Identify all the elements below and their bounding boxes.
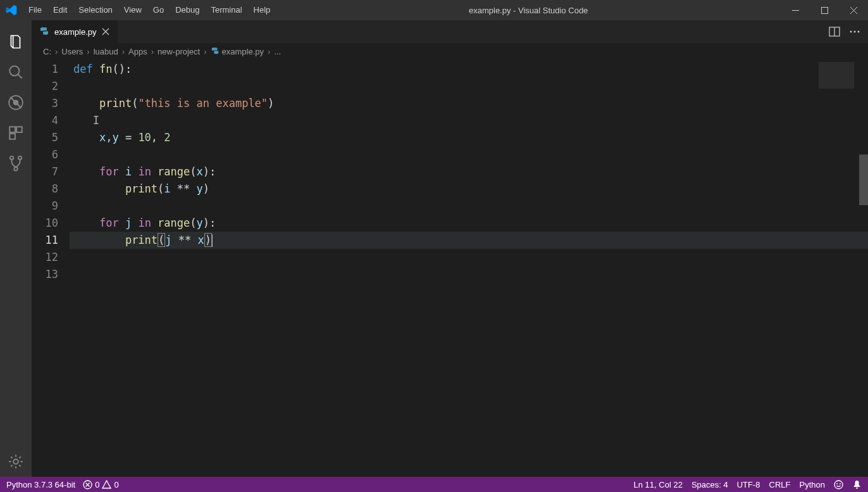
line-number[interactable]: 11	[32, 232, 70, 249]
crumb-c[interactable]: C:	[43, 47, 51, 56]
code-line[interactable]	[70, 198, 868, 215]
maximize-button[interactable]	[810, 0, 839, 20]
crumb-symbol[interactable]: ...	[274, 47, 281, 56]
search-icon[interactable]	[0, 57, 32, 87]
code-line[interactable]: print(i ** y)	[70, 180, 868, 198]
line-number[interactable]: 12	[32, 249, 70, 266]
scrollbar-thumb[interactable]	[859, 155, 868, 205]
line-number[interactable]: 8	[32, 180, 70, 198]
status-encoding[interactable]: UTF-8	[737, 480, 760, 489]
vertical-scrollbar[interactable]	[859, 60, 868, 477]
svg-point-11	[13, 459, 18, 464]
svg-point-18	[834, 481, 843, 489]
status-eol[interactable]: CRLF	[769, 480, 791, 489]
svg-point-10	[14, 167, 17, 170]
code-line[interactable]: for i in range(x):	[70, 163, 868, 180]
code-line[interactable]	[70, 146, 868, 163]
line-number[interactable]: 13	[32, 266, 70, 283]
minimap[interactable]	[819, 62, 854, 89]
status-bar: Python 3.7.3 64-bit 0 0 Ln 11, Col 22 Sp…	[0, 477, 868, 492]
close-button[interactable]	[839, 0, 868, 20]
code-content[interactable]: def fn(): print("this is an example") I …	[70, 60, 868, 477]
extensions-icon[interactable]	[0, 118, 32, 148]
editor[interactable]: 1 2 3 4 5 6 7 8 9 10 11 12 13 def fn(): …	[32, 60, 868, 477]
status-python-version[interactable]: Python 3.7.3 64-bit	[6, 480, 75, 489]
code-line[interactable]: print("this is an example")	[70, 95, 868, 112]
status-cursor-position[interactable]: Ln 11, Col 22	[634, 480, 683, 489]
svg-point-15	[854, 31, 856, 33]
status-indentation[interactable]: Spaces: 4	[691, 480, 728, 489]
line-number[interactable]: 4	[32, 112, 70, 129]
menu-edit[interactable]: Edit	[47, 0, 73, 20]
split-editor-icon[interactable]	[829, 26, 840, 37]
tab-close-icon[interactable]	[101, 27, 110, 36]
breadcrumb[interactable]: C:› Users› luabud› Apps› new-project› ex…	[32, 43, 868, 60]
svg-rect-1	[821, 7, 828, 13]
crumb-file[interactable]: example.py	[222, 47, 264, 56]
window-title: example.py - Visual Studio Code	[276, 6, 781, 15]
line-number[interactable]: 2	[32, 78, 70, 95]
minimize-button[interactable]	[781, 0, 810, 20]
status-feedback-icon[interactable]	[834, 480, 843, 489]
menu-selection[interactable]: Selection	[73, 0, 118, 20]
source-control-icon[interactable]	[0, 148, 32, 179]
vscode-logo-icon	[0, 4, 23, 16]
line-number[interactable]: 1	[32, 61, 70, 78]
menu-bar: File Edit Selection View Go Debug Termin…	[23, 0, 276, 20]
line-number[interactable]: 10	[32, 215, 70, 232]
svg-rect-6	[16, 127, 22, 132]
code-line[interactable]	[70, 78, 868, 95]
svg-rect-5	[9, 127, 15, 132]
menu-file[interactable]: File	[23, 0, 47, 20]
text-cursor	[212, 234, 213, 247]
tab-example-py[interactable]: example.py	[32, 20, 118, 43]
tab-bar: example.py	[32, 20, 868, 43]
python-file-icon	[39, 27, 49, 37]
debug-icon[interactable]	[0, 87, 32, 118]
code-line[interactable]: x,y = 10, 2	[70, 129, 868, 146]
svg-point-8	[10, 156, 13, 160]
crumb-users[interactable]: Users	[61, 47, 83, 56]
more-actions-icon[interactable]	[849, 26, 860, 37]
error-icon	[83, 480, 92, 489]
warning-icon	[102, 480, 111, 489]
main-area: example.py C:› Users› luabud› Apps› new-…	[0, 20, 868, 477]
settings-gear-icon[interactable]	[0, 446, 32, 477]
title-bar: File Edit Selection View Go Debug Termin…	[0, 0, 868, 20]
status-notifications-icon[interactable]	[852, 480, 862, 489]
crumb-apps[interactable]: Apps	[128, 47, 147, 56]
status-problems[interactable]: 0 0	[83, 480, 118, 489]
svg-point-2	[9, 66, 19, 75]
menu-view[interactable]: View	[118, 0, 147, 20]
line-number[interactable]: 7	[32, 163, 70, 180]
menu-terminal[interactable]: Terminal	[205, 0, 247, 20]
code-line[interactable]: def fn():	[70, 61, 868, 78]
line-number[interactable]: 3	[32, 95, 70, 112]
line-number-gutter[interactable]: 1 2 3 4 5 6 7 8 9 10 11 12 13	[32, 60, 70, 477]
svg-rect-0	[792, 10, 799, 11]
crumb-luabud[interactable]: luabud	[94, 47, 118, 56]
code-line[interactable]	[70, 249, 868, 266]
line-number[interactable]: 9	[32, 198, 70, 215]
menu-help[interactable]: Help	[248, 0, 276, 20]
tab-label: example.py	[54, 27, 96, 37]
svg-point-20	[840, 483, 841, 484]
svg-point-4	[13, 100, 19, 106]
code-line[interactable]	[70, 266, 868, 283]
menu-debug[interactable]: Debug	[170, 0, 205, 20]
status-language[interactable]: Python	[800, 480, 825, 489]
line-number[interactable]: 6	[32, 146, 70, 163]
explorer-icon[interactable]	[0, 27, 32, 57]
code-line[interactable]: print(j ** x)	[70, 232, 868, 249]
line-number[interactable]: 5	[32, 129, 70, 146]
svg-point-9	[18, 156, 22, 160]
code-line[interactable]: I	[70, 112, 868, 129]
code-line[interactable]: for j in range(y):	[70, 215, 868, 232]
svg-point-19	[836, 483, 838, 484]
crumb-new-project[interactable]: new-project	[158, 47, 200, 56]
menu-go[interactable]: Go	[147, 0, 170, 20]
editor-group: example.py C:› Users› luabud› Apps› new-…	[32, 20, 868, 477]
svg-point-14	[850, 31, 852, 33]
window-controls	[781, 0, 868, 20]
editor-actions	[829, 20, 868, 43]
